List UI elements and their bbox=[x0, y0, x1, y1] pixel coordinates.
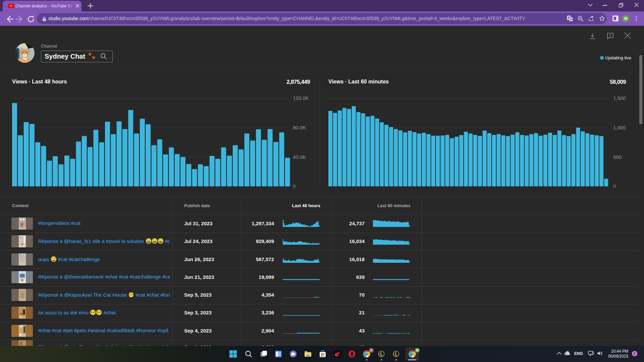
svg-text:0: 0 bbox=[293, 183, 296, 188]
svg-text:80.0K: 80.0K bbox=[293, 125, 306, 130]
svg-text:120.0K: 120.0K bbox=[293, 96, 309, 101]
svg-text:40.0K: 40.0K bbox=[293, 154, 306, 160]
svg-text:0: 0 bbox=[613, 183, 616, 188]
svg-text:1,000: 1,000 bbox=[613, 125, 626, 130]
svg-text:1,500: 1,500 bbox=[613, 96, 626, 101]
svg-text:500: 500 bbox=[613, 154, 622, 160]
